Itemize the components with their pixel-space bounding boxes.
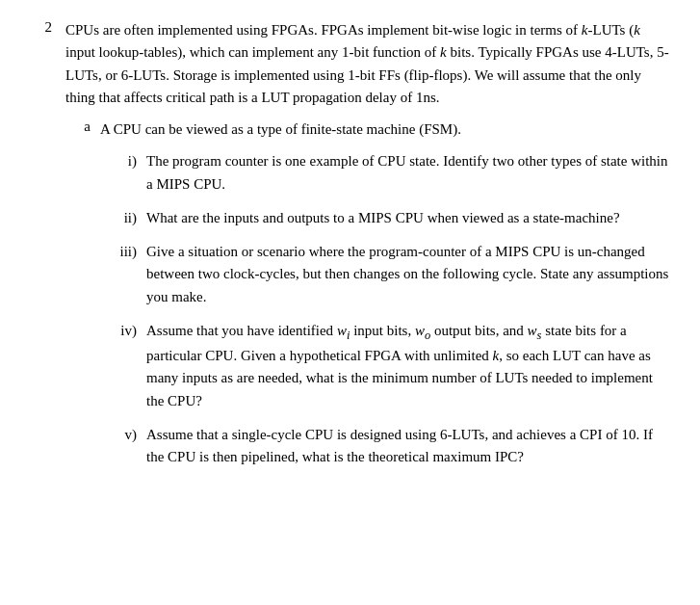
question-number: 2: [29, 19, 65, 493]
part-ii: ii) What are the inputs and outputs to a…: [100, 207, 671, 229]
part-v-content: Assume that a single-cycle CPU is design…: [146, 424, 671, 469]
wi-italic: wi: [337, 323, 350, 338]
sub-question-a-block: a A CPU can be viewed as a type of finit…: [65, 118, 671, 480]
question-intro-content: CPUs are often implemented using FPGAs. …: [65, 19, 671, 493]
part-iv-content: Assume that you have identified wi input…: [146, 320, 671, 412]
parts-container: i) The program counter is one example of…: [100, 150, 671, 468]
wi-subscript: i: [347, 329, 350, 342]
sub-a-text: A CPU can be viewed as a type of finite-…: [100, 118, 671, 141]
ws-subscript: s: [537, 329, 542, 342]
question-2: 2 CPUs are often implemented using FPGAs…: [29, 19, 671, 493]
k-italic-3: k: [493, 348, 500, 363]
part-iii-label: iii): [100, 241, 146, 308]
part-iv-label: iv): [100, 320, 146, 412]
part-i: i) The program counter is one example of…: [100, 150, 671, 196]
part-i-content: The program counter is one example of CP…: [146, 150, 671, 196]
part-ii-content: What are the inputs and outputs to a MIP…: [146, 207, 671, 229]
k-italic: k: [634, 22, 640, 38]
wo-subscript: o: [425, 329, 430, 342]
sub-a-content: A CPU can be viewed as a type of finite-…: [100, 118, 671, 480]
sub-question-a: a A CPU can be viewed as a type of finit…: [65, 118, 671, 480]
ws-italic: ws: [528, 323, 542, 338]
k-luts-italic: k: [582, 22, 588, 38]
sub-a-label: a: [65, 118, 100, 480]
wo-italic: wo: [415, 323, 430, 338]
k-italic-2: k: [440, 44, 447, 60]
part-v: v) Assume that a single-cycle CPU is des…: [100, 424, 671, 469]
part-v-label: v): [100, 424, 146, 469]
part-ii-label: ii): [100, 207, 146, 229]
part-iii: iii) Give a situation or scenario where …: [100, 241, 671, 308]
question-intro-text: CPUs are often implemented using FPGAs. …: [65, 19, 671, 109]
part-iii-content: Give a situation or scenario where the p…: [146, 241, 671, 308]
part-iv: iv) Assume that you have identified wi i…: [100, 320, 671, 412]
part-i-label: i): [100, 150, 146, 196]
